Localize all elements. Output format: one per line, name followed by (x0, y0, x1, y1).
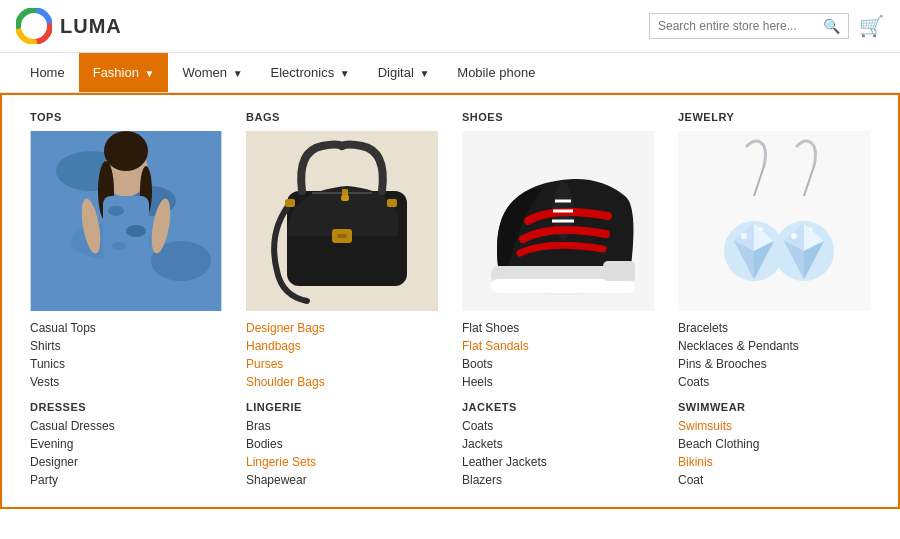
logo-text: LUMA (60, 15, 122, 38)
svg-rect-19 (337, 234, 347, 238)
tops-image-svg (31, 131, 221, 311)
header: LUMA 🔍 🛒 (0, 0, 900, 53)
search-box[interactable]: 🔍 (649, 13, 849, 39)
jewelry-image-svg (679, 131, 869, 311)
dresses-link-designer[interactable]: Designer (30, 455, 222, 469)
chevron-down-icon: ▼ (145, 68, 155, 79)
jewelry-link-bracelets[interactable]: Bracelets (678, 321, 870, 335)
lingerie-link-bras[interactable]: Bras (246, 419, 438, 433)
section-title-jackets: JACKETS (462, 401, 654, 413)
mega-col-shoes: SHOES (450, 111, 666, 491)
lingerie-link-sets[interactable]: Lingerie Sets (246, 455, 438, 469)
swimwear-link-swimsuits[interactable]: Swimsuits (678, 419, 870, 433)
svg-point-50 (791, 233, 797, 239)
lingerie-link-shapewear[interactable]: Shapewear (246, 473, 438, 487)
bags-link-shoulder[interactable]: Shoulder Bags (246, 375, 438, 389)
tops-link-vests[interactable]: Vests (30, 375, 222, 389)
logo-icon (16, 8, 52, 44)
bags-image (246, 131, 438, 311)
col-header-jewelry: JEWELRY (678, 111, 870, 123)
section-title-dresses: DRESSES (30, 401, 222, 413)
lingerie-link-bodies[interactable]: Bodies (246, 437, 438, 451)
chevron-down-icon: ▼ (233, 68, 243, 79)
mega-col-jewelry: JEWELRY (666, 111, 882, 491)
svg-rect-31 (491, 279, 635, 293)
bags-link-handbags[interactable]: Handbags (246, 339, 438, 353)
shoes-link-flat[interactable]: Flat Shoes (462, 321, 654, 335)
svg-rect-20 (285, 199, 295, 207)
jackets-link-coats[interactable]: Coats (462, 419, 654, 433)
jewelry-link-necklaces[interactable]: Necklaces & Pendants (678, 339, 870, 353)
nav-item-fashion[interactable]: Fashion ▼ (79, 53, 169, 92)
dresses-link-casual[interactable]: Casual Dresses (30, 419, 222, 433)
jackets-link-blazers[interactable]: Blazers (462, 473, 654, 487)
dresses-link-evening[interactable]: Evening (30, 437, 222, 451)
chevron-down-icon: ▼ (340, 68, 350, 79)
search-button[interactable]: 🔍 (823, 18, 840, 34)
section-title-swimwear: SWIMWEAR (678, 401, 870, 413)
tops-link-shirts[interactable]: Shirts (30, 339, 222, 353)
nav-item-mobile[interactable]: Mobile phone (443, 53, 549, 92)
svg-rect-32 (603, 261, 635, 281)
logo-area: LUMA (16, 8, 122, 44)
swimwear-link-bikinis[interactable]: Bikinis (678, 455, 870, 469)
chevron-down-icon: ▼ (419, 68, 429, 79)
shoes-link-sandals[interactable]: Flat Sandals (462, 339, 654, 353)
svg-rect-21 (387, 199, 397, 207)
cart-icon[interactable]: 🛒 (859, 14, 884, 38)
svg-point-41 (741, 233, 747, 239)
svg-point-42 (759, 227, 763, 231)
mega-menu: TOPS (0, 93, 900, 509)
nav-item-digital[interactable]: Digital ▼ (364, 53, 444, 92)
svg-point-13 (108, 206, 124, 216)
jackets-link-jackets[interactable]: Jackets (462, 437, 654, 451)
col-header-shoes: SHOES (462, 111, 654, 123)
col-header-tops: TOPS (30, 111, 222, 123)
shoes-image-svg (463, 131, 653, 311)
svg-point-51 (809, 227, 813, 231)
tops-image (30, 131, 222, 311)
jewelry-link-coats[interactable]: Coats (678, 375, 870, 389)
search-input[interactable] (658, 19, 823, 33)
swimwear-link-coat[interactable]: Coat (678, 473, 870, 487)
swimwear-link-beach[interactable]: Beach Clothing (678, 437, 870, 451)
jewelry-image (678, 131, 870, 311)
jewelry-link-pins[interactable]: Pins & Brooches (678, 357, 870, 371)
shoes-link-boots[interactable]: Boots (462, 357, 654, 371)
section-title-lingerie: LINGERIE (246, 401, 438, 413)
svg-point-14 (126, 225, 146, 237)
tops-link-casual[interactable]: Casual Tops (30, 321, 222, 335)
nav-item-electronics[interactable]: Electronics ▼ (257, 53, 364, 92)
svg-point-15 (112, 242, 126, 250)
svg-point-7 (104, 131, 148, 171)
nav: Home Fashion ▼ Women ▼ Electronics ▼ Dig… (0, 53, 900, 93)
mega-col-bags: BAGS (234, 111, 450, 491)
svg-rect-33 (679, 131, 869, 311)
jackets-link-leather[interactable]: Leather Jackets (462, 455, 654, 469)
tops-link-tunics[interactable]: Tunics (30, 357, 222, 371)
nav-item-home[interactable]: Home (16, 53, 79, 92)
bags-link-designer[interactable]: Designer Bags (246, 321, 438, 335)
nav-item-women[interactable]: Women ▼ (168, 53, 256, 92)
shoes-image (462, 131, 654, 311)
mega-col-tops: TOPS (18, 111, 234, 491)
bags-image-svg (247, 131, 437, 311)
col-header-bags: BAGS (246, 111, 438, 123)
dresses-link-party[interactable]: Party (30, 473, 222, 487)
shoes-link-heels[interactable]: Heels (462, 375, 654, 389)
bags-link-purses[interactable]: Purses (246, 357, 438, 371)
svg-rect-24 (341, 195, 349, 201)
header-right: 🔍 🛒 (649, 13, 884, 39)
